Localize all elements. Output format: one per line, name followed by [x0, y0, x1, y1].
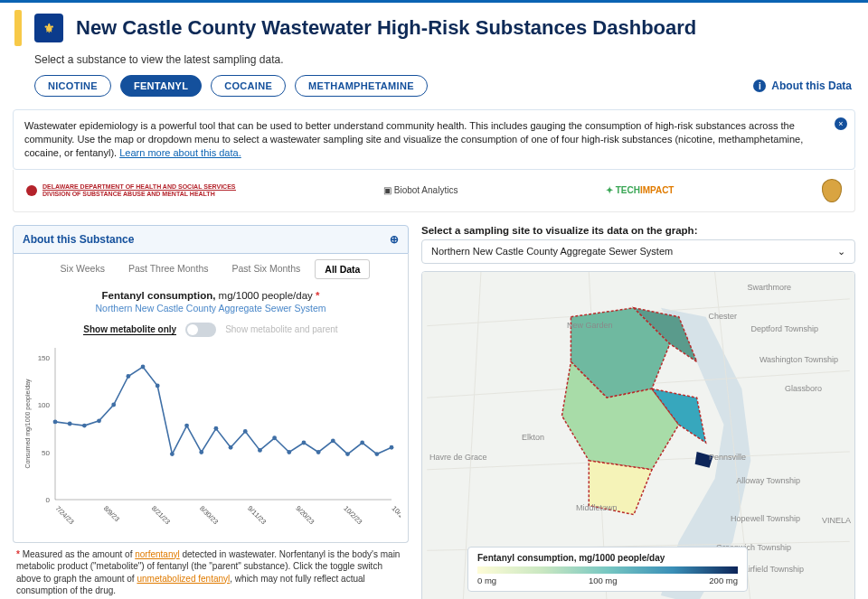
- unmetabolized-link[interactable]: unmetabolized fentanyl: [137, 574, 230, 584]
- legend-mid: 100 mg: [589, 576, 618, 585]
- svg-point-30: [390, 445, 394, 449]
- map-label: Fairfield Township: [739, 565, 804, 574]
- map-label: Chester: [708, 312, 737, 321]
- toggle-off-label: Show metabolite and parent: [225, 324, 338, 334]
- map-label: Havre de Grace: [429, 453, 487, 462]
- svg-text:9/20/23: 9/20/23: [294, 504, 316, 526]
- svg-point-16: [184, 423, 189, 427]
- svg-point-7: [53, 419, 58, 424]
- norfentanyl-link[interactable]: norfentanyl: [135, 549, 179, 559]
- learn-more-link[interactable]: Learn more about this data.: [119, 147, 241, 158]
- svg-point-15: [170, 452, 175, 456]
- page-subtitle: Select a substance to view the latest sa…: [0, 50, 868, 75]
- chart-subtitle: Northern New Castle County Aggregate Sew…: [21, 303, 401, 314]
- info-icon: i: [753, 80, 766, 92]
- about-substance-label: About this Substance: [23, 233, 134, 246]
- map-label: Middletown: [576, 503, 618, 512]
- dhss-line1: DELAWARE DEPARTMENT OF HEALTH AND SOCIAL…: [42, 183, 236, 190]
- legend-min: 0 mg: [477, 576, 496, 585]
- svg-point-13: [141, 364, 146, 369]
- page-header: ⚜ New Castle County Wastewater High-Risk…: [0, 3, 868, 50]
- svg-point-11: [111, 402, 116, 407]
- sponsor-biobot: ▣ Biobot Analytics: [383, 185, 458, 195]
- svg-point-12: [126, 374, 130, 379]
- map-label: Hopewell Township: [731, 514, 800, 523]
- tab-fentanyl[interactable]: FENTANYL: [120, 75, 202, 97]
- about-data-label: About this Data: [771, 80, 852, 92]
- sponsor-techimpact: ✦ TECHIMPACT: [606, 185, 675, 195]
- map-label: Deptford Township: [751, 324, 818, 333]
- svg-point-23: [287, 450, 291, 454]
- svg-point-21: [258, 448, 262, 453]
- map-label: Elkton: [522, 433, 544, 442]
- svg-text:100: 100: [38, 401, 51, 409]
- svg-point-8: [68, 421, 72, 426]
- title-bold: Dashboard: [592, 16, 696, 39]
- page-title: New Castle County Wastewater High-Risk S…: [76, 16, 696, 40]
- svg-text:9/11/23: 9/11/23: [246, 504, 268, 526]
- svg-point-20: [243, 429, 248, 434]
- legend-title: Fentanyl consumption, mg/1000 people/day: [477, 553, 738, 563]
- site-selected-value: Northern New Castle County Aggregate Sew…: [431, 246, 673, 257]
- asterisk-icon: *: [316, 290, 319, 301]
- info-banner: Wastewater epidemiology is a powerful to…: [13, 109, 855, 170]
- title-prefix: New Castle County Wastewater High-Risk S…: [76, 16, 592, 39]
- county-seal-icon: ⚜: [34, 14, 63, 42]
- site-dropdown[interactable]: Northern New Castle County Aggregate Sew…: [421, 239, 855, 264]
- substance-tabs: NICOTINE FENTANYL COCAINE METHAMPHETAMIN…: [16, 75, 428, 97]
- svg-text:10/2/23: 10/2/23: [342, 504, 363, 526]
- tab-methamphetamine[interactable]: METHAMPHETAMINE: [295, 75, 428, 97]
- sponsor-row: DELAWARE DEPARTMENT OF HEALTH AND SOCIAL…: [13, 170, 855, 212]
- map-label: New Garden: [567, 321, 613, 330]
- tab-nicotine[interactable]: NICOTINE: [34, 75, 111, 97]
- close-icon[interactable]: ×: [835, 117, 847, 130]
- time-range-tabs: Six Weeks Past Three Months Past Six Mon…: [14, 254, 408, 285]
- map-label: Pennsville: [709, 453, 746, 462]
- map-label: Glassboro: [785, 384, 822, 393]
- range-all-data[interactable]: All Data: [315, 259, 370, 279]
- svg-text:8/9/23: 8/9/23: [102, 504, 121, 523]
- svg-point-29: [374, 452, 379, 456]
- chart-title: Fentanyl consumption, mg/1000 people/day…: [21, 290, 401, 301]
- chevron-down-icon: ⌄: [837, 246, 845, 257]
- svg-point-28: [360, 440, 364, 445]
- dhss-line2: DIVISION OF SUBSTANCE ABUSE AND MENTAL H…: [42, 190, 236, 197]
- svg-text:7/24/23: 7/24/23: [54, 504, 76, 526]
- legend-max: 200 mg: [709, 576, 738, 585]
- svg-text:8/21/23: 8/21/23: [150, 504, 172, 526]
- svg-point-10: [97, 418, 101, 423]
- svg-text:8/30/23: 8/30/23: [198, 504, 220, 526]
- range-six-months[interactable]: Past Six Months: [222, 259, 309, 279]
- accent-bar: [14, 10, 22, 46]
- about-substance-panel-header[interactable]: About this Substance ⊕: [13, 225, 409, 254]
- svg-point-18: [214, 426, 219, 430]
- tab-cocaine[interactable]: COCAINE: [211, 75, 286, 97]
- sampling-map[interactable]: Swarthmore Chester Deptford Township Was…: [421, 271, 855, 599]
- toggle-on-label: Show metabolite only: [83, 324, 176, 335]
- svg-text:Consumed mg/1000 people/day: Consumed mg/1000 people/day: [24, 378, 32, 468]
- svg-point-14: [156, 383, 160, 388]
- svg-point-22: [272, 435, 277, 440]
- map-label: Alloway Township: [736, 476, 800, 485]
- site-select-label: Select a sampling site to visualize its …: [421, 225, 855, 236]
- chart-footnote: * Measured as the amount of norfentanyl …: [13, 543, 409, 597]
- svg-point-26: [331, 438, 335, 443]
- svg-point-9: [82, 423, 87, 427]
- range-six-weeks[interactable]: Six Weeks: [52, 259, 114, 279]
- map-legend: Fentanyl consumption, mg/1000 people/day…: [467, 547, 748, 592]
- map-label: VINELA: [822, 516, 851, 525]
- consumption-line-chart: 050100150Consumed mg/1000 people/day7/24…: [21, 342, 401, 532]
- map-label: Washington Township: [760, 355, 838, 364]
- expand-icon[interactable]: ⊕: [390, 233, 399, 246]
- svg-point-24: [302, 440, 307, 445]
- legend-gradient: [477, 566, 738, 574]
- svg-point-19: [229, 445, 233, 449]
- svg-point-27: [345, 452, 350, 456]
- metabolite-toggle[interactable]: [185, 323, 216, 337]
- shield-badge-icon: [822, 179, 842, 202]
- svg-text:10/11/23: 10/11/23: [391, 504, 401, 529]
- svg-text:0: 0: [46, 496, 51, 504]
- svg-point-17: [199, 450, 203, 454]
- about-data-link[interactable]: i About this Data: [753, 80, 852, 92]
- range-three-months[interactable]: Past Three Months: [119, 259, 218, 279]
